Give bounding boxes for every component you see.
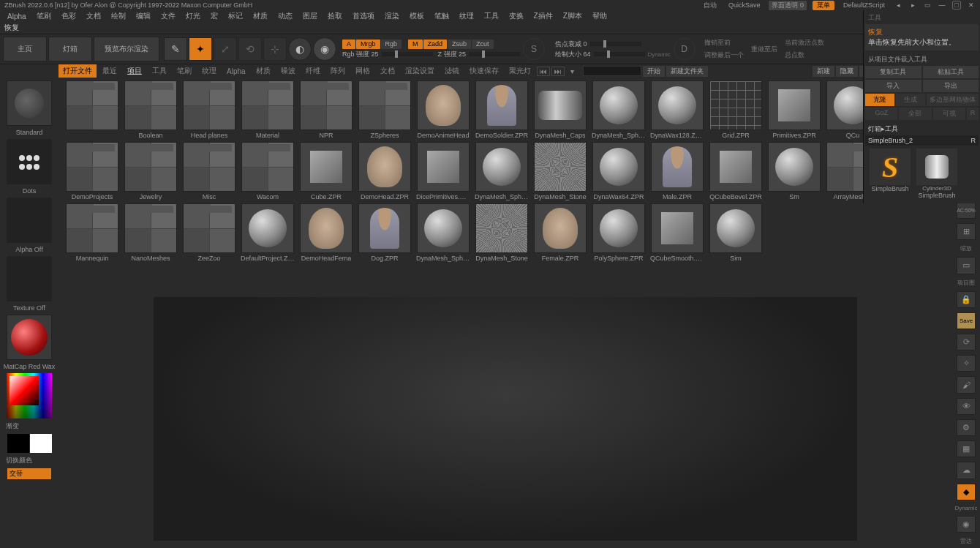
tab-alpha[interactable]: Alpha xyxy=(222,66,250,77)
sculptris-icon[interactable]: ◐ xyxy=(288,37,312,61)
scale-icon[interactable]: ⤢ xyxy=(214,37,237,61)
layout-icon[interactable]: ▭ xyxy=(923,1,932,10)
clone-btn[interactable]: 克隆 xyxy=(865,94,894,106)
new-button[interactable]: 新建 xyxy=(813,66,834,77)
grid-item[interactable] xyxy=(64,80,120,139)
prev-icon[interactable]: ◂ xyxy=(894,1,902,10)
tab-document[interactable]: 文档 xyxy=(376,64,399,78)
s-icon[interactable]: S xyxy=(523,38,545,60)
generate-btn[interactable]: 生成 xyxy=(896,94,925,106)
zsub-pill[interactable]: Zsub xyxy=(448,40,471,49)
grid-item[interactable]: Female.ZPR xyxy=(532,203,588,262)
tab-open-file[interactable]: 打开文件 xyxy=(59,64,97,78)
grid-view-icon[interactable]: ▦ xyxy=(957,440,976,457)
preview-bool-button[interactable]: 预览布尔渲染 xyxy=(94,37,159,61)
viewport[interactable] xyxy=(154,297,857,541)
menu-preferences[interactable]: 首选项 xyxy=(348,11,379,21)
lock-icon[interactable]: 🔒 xyxy=(957,291,976,308)
rgb-pill[interactable]: Rgb xyxy=(381,40,402,49)
undo-before[interactable]: 撤销至前 xyxy=(704,38,744,48)
menu-btn[interactable]: 菜单 xyxy=(813,1,834,10)
color-picker[interactable] xyxy=(7,373,52,418)
tool-thumb-simplebrush[interactable]: S SimpleBrush xyxy=(868,149,912,199)
grid-item[interactable]: DicePrimitives.ZPR xyxy=(415,142,471,200)
grid-item[interactable]: Male.ZPR xyxy=(649,142,705,200)
r-btn[interactable]: R xyxy=(967,108,979,120)
draw-icon[interactable]: ✎ xyxy=(164,37,187,61)
dynamesh-icon[interactable]: ◉ xyxy=(313,37,336,61)
gradient-label[interactable]: 渐变 xyxy=(6,421,19,431)
grid-item[interactable]: Dog.ZPR xyxy=(357,203,412,262)
tool-item-r[interactable]: R xyxy=(971,137,976,144)
grid-item[interactable]: Jewelry xyxy=(123,142,178,200)
gizmo-icon[interactable]: ⊹ xyxy=(263,37,287,61)
eye-icon[interactable]: 👁 xyxy=(957,398,976,415)
menu-tool[interactable]: 工具 xyxy=(480,11,503,21)
m-pill[interactable]: M xyxy=(408,40,423,49)
alpha-thumb[interactable] xyxy=(7,198,52,243)
menu-help[interactable]: 帮助 xyxy=(588,11,611,21)
grid-item[interactable]: Mannequin xyxy=(64,203,120,262)
grid-item[interactable]: DynaMesh_Sphere xyxy=(474,142,529,200)
menu-picker[interactable]: 拾取 xyxy=(323,11,347,21)
grid-item[interactable]: NPR xyxy=(298,80,354,139)
grid-item[interactable]: QCubeBevel.ZPR xyxy=(708,142,764,200)
color-swatches[interactable] xyxy=(7,434,52,453)
chevron-down-icon[interactable]: ▾ xyxy=(566,66,578,77)
grid-item[interactable]: Primitives.ZPR xyxy=(766,80,822,139)
menu-edit[interactable]: 编辑 xyxy=(132,11,155,21)
maximize-icon[interactable]: □ xyxy=(952,1,961,10)
switch-color-label[interactable]: 切换颜色 xyxy=(6,456,32,465)
menu-texture[interactable]: 纹理 xyxy=(455,11,478,21)
grid-item[interactable]: DynaMesh_Caps xyxy=(532,80,588,139)
transparency-slider[interactable]: 界面透明 0 xyxy=(769,1,807,10)
undo-after[interactable]: 重做至后 xyxy=(751,45,777,54)
brush-thumb[interactable] xyxy=(7,80,52,126)
cloud-icon[interactable]: ☁ xyxy=(957,462,976,478)
visible-btn[interactable]: 可视 xyxy=(933,108,965,120)
lightbox-button[interactable]: 灯箱 xyxy=(48,37,92,61)
dynamic-label[interactable]: Dynamic xyxy=(648,51,671,58)
menu-movie[interactable]: 动态 xyxy=(274,11,297,21)
tab-tool[interactable]: 工具 xyxy=(148,64,171,78)
menu-zscript[interactable]: Z脚本 xyxy=(559,11,587,21)
projection-icon[interactable]: ▭ xyxy=(957,257,976,274)
tab-noise[interactable]: 噪波 xyxy=(276,64,300,78)
menu-zplugin[interactable]: Z插件 xyxy=(529,11,557,21)
grid-item[interactable]: ZSpheres xyxy=(357,80,412,139)
export-btn[interactable]: 导出 xyxy=(923,80,979,92)
grid-item[interactable]: DemoProjects xyxy=(64,142,120,200)
quicksave-btn[interactable]: QuickSave xyxy=(725,1,764,9)
menu-draw[interactable]: 绘制 xyxy=(107,11,130,21)
dynamic-rail-icon[interactable]: ◆ xyxy=(957,484,976,500)
grid-item[interactable]: DynaMesh_Sphere xyxy=(415,203,471,262)
tab-material[interactable]: 材质 xyxy=(252,64,275,78)
texture-thumb[interactable] xyxy=(7,256,52,301)
open-button[interactable]: 开始 xyxy=(643,66,665,77)
home-button[interactable]: 主页 xyxy=(3,37,47,61)
white-swatch[interactable] xyxy=(30,434,52,453)
tab-project[interactable]: 项目 xyxy=(123,64,146,78)
grid-item[interactable]: DynaWax128.ZPR xyxy=(649,80,705,139)
copy-tool-btn[interactable]: 复制工具 xyxy=(865,66,921,78)
grid-item[interactable]: DemoSoldier.ZPR xyxy=(474,80,529,139)
all-btn[interactable]: 全部 xyxy=(899,108,931,120)
rgb-intensity-slider[interactable] xyxy=(382,52,433,56)
grid-item[interactable]: DynaMesh_Stone xyxy=(532,142,588,200)
stroke-thumb[interactable] xyxy=(7,139,52,184)
sparkle-icon[interactable]: ✧ xyxy=(957,355,976,372)
tab-array[interactable]: 阵列 xyxy=(326,64,350,78)
tab-filter[interactable]: 滤镜 xyxy=(440,64,464,78)
grid-item[interactable]: NanoMeshes xyxy=(123,203,178,262)
breadcrumb[interactable]: 灯箱▸工具 xyxy=(865,123,979,135)
move-icon[interactable]: ✦ xyxy=(189,37,212,61)
menu-alpha[interactable]: Alpha xyxy=(3,12,31,20)
grid-item[interactable]: Material xyxy=(240,80,295,139)
menu-brush[interactable]: 笔刷 xyxy=(32,11,56,21)
xyz-icon[interactable]: ⊞ xyxy=(957,223,976,240)
minimize-icon[interactable]: — xyxy=(938,1,946,10)
tab-grid[interactable]: 网格 xyxy=(351,64,374,78)
load-from-project[interactable]: 从项目文件载入工具 xyxy=(865,53,979,66)
menu-macro[interactable]: 宏 xyxy=(206,11,222,21)
menu-material[interactable]: 材质 xyxy=(249,11,272,21)
